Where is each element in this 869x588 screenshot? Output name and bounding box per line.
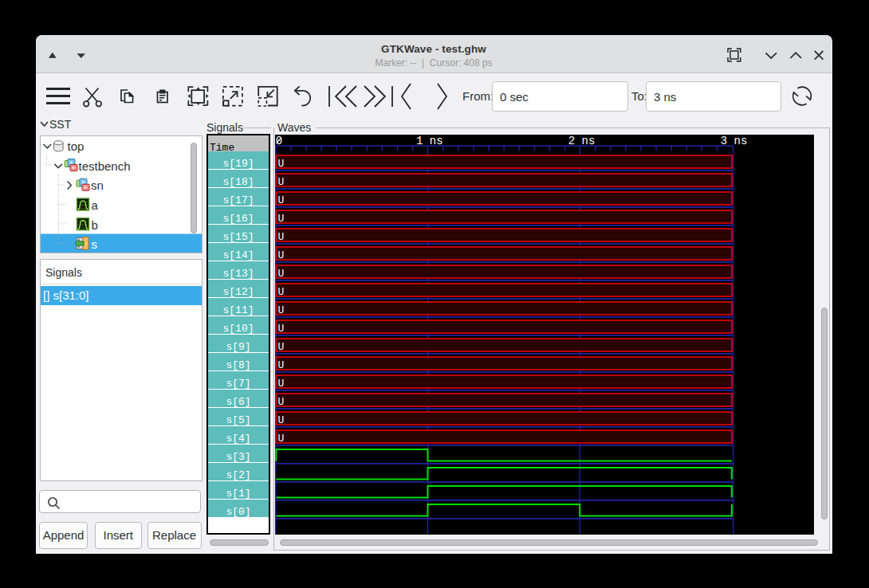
svg-text:3 ns: 3 ns: [721, 135, 748, 147]
svg-text:U: U: [278, 323, 285, 335]
svg-text:0: 0: [276, 135, 282, 147]
svg-text:U: U: [278, 414, 285, 426]
svg-text:U: U: [278, 176, 285, 188]
svg-text:U: U: [278, 359, 285, 371]
svg-text:U: U: [278, 378, 285, 390]
svg-text:2 ns: 2 ns: [568, 135, 596, 147]
svg-text:U: U: [278, 231, 285, 243]
svg-text:U: U: [278, 268, 285, 280]
svg-text:U: U: [278, 341, 285, 353]
svg-text:U: U: [278, 304, 285, 316]
svg-text:U: U: [278, 249, 285, 261]
svg-text:U: U: [278, 194, 285, 206]
svg-text:U: U: [278, 286, 285, 298]
svg-text:1 ns: 1 ns: [416, 135, 443, 147]
svg-text:U: U: [278, 158, 285, 170]
svg-text:U: U: [278, 213, 285, 225]
svg-text:U: U: [278, 433, 285, 445]
svg-text:U: U: [278, 396, 285, 408]
